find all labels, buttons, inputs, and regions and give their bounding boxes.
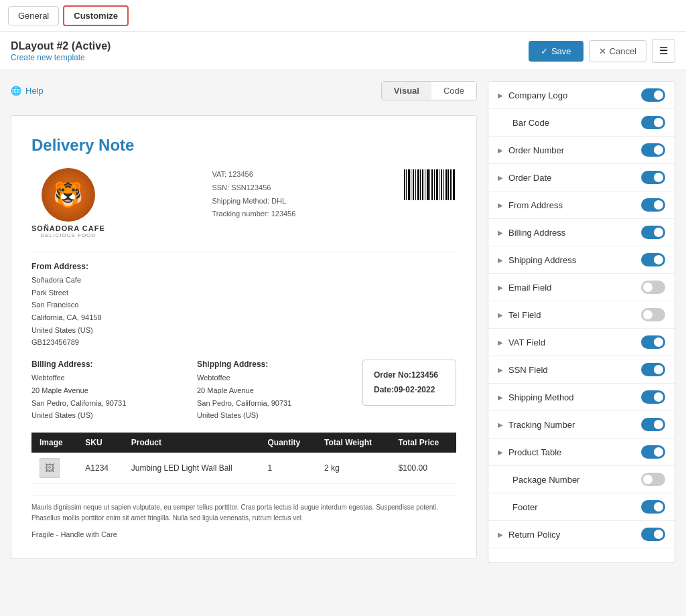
- tab-code[interactable]: Code: [431, 82, 476, 100]
- col-price: Total Price: [391, 433, 456, 453]
- svg-rect-3: [411, 169, 411, 200]
- chevron-icon-tracking-number[interactable]: ▶: [498, 421, 503, 429]
- svg-rect-7: [420, 169, 421, 200]
- from-address-section: From Address: Soñadora Cafe Park Street …: [31, 262, 456, 349]
- content-area: 🌐 Help Visual Code Delivery Note 🐯 SOÑAD…: [0, 70, 686, 606]
- billing-address-value: Webtoffee 20 Maple Avenue San Pedro, Cal…: [31, 372, 184, 422]
- settings-item-text-shipping-method: Shipping Method: [508, 392, 574, 402]
- chevron-icon-tel-field[interactable]: ▶: [498, 311, 503, 319]
- toggle-email-field[interactable]: [641, 281, 665, 294]
- settings-item-text-email-field: Email Field: [508, 283, 551, 293]
- settings-item-text-tracking-number: Tracking Number: [508, 420, 575, 430]
- col-sku: SKU: [77, 433, 123, 453]
- company-tagline: DELICIOUS FOOD: [41, 232, 96, 238]
- settings-label-tracking-number: ▶Tracking Number: [498, 420, 575, 430]
- toggle-bar-code[interactable]: [641, 116, 665, 129]
- toggle-footer[interactable]: [641, 500, 665, 514]
- chevron-icon-email-field[interactable]: ▶: [498, 284, 503, 291]
- svg-rect-4: [413, 169, 414, 200]
- settings-row-from-address: ▶From Address: [488, 191, 675, 219]
- toggle-ssn-field[interactable]: [641, 363, 665, 376]
- toggle-billing-address[interactable]: [641, 226, 665, 239]
- cell-product: Jumbing LED Light Wall Ball: [123, 453, 260, 484]
- settings-label-footer: Footer: [498, 502, 538, 512]
- checkmark-icon: ✓: [541, 46, 548, 56]
- chevron-icon-ssn-field[interactable]: ▶: [498, 366, 503, 374]
- tab-visual[interactable]: Visual: [382, 82, 431, 100]
- toggle-product-table[interactable]: [641, 445, 665, 459]
- help-button[interactable]: 🌐 Help: [11, 86, 44, 96]
- shipping-address-block: Shipping Address: Webtoffee 20 Maple Ave…: [197, 360, 349, 422]
- svg-rect-15: [439, 169, 439, 200]
- menu-button[interactable]: ☰: [652, 39, 675, 63]
- settings-item-text-billing-address: Billing Address: [508, 228, 565, 238]
- toggle-from-address[interactable]: [641, 198, 665, 212]
- settings-panel: ▶Company LogoBar Code▶Order Number▶Order…: [488, 81, 675, 563]
- svg-rect-20: [450, 169, 452, 200]
- settings-item-text-ssn-field: SSN Field: [508, 365, 548, 375]
- cell-price: $100.00: [391, 453, 456, 484]
- chevron-icon-company-logo[interactable]: ▶: [498, 92, 503, 99]
- chevron-icon-product-table[interactable]: ▶: [498, 449, 503, 456]
- document-preview: Delivery Note 🐯 SOÑADORA CAFE DELICIOUS …: [11, 115, 477, 559]
- header-left: DLayout #2 (Active) Create new template: [11, 40, 111, 62]
- settings-label-tel-field: ▶Tel Field: [498, 310, 541, 320]
- toggle-tracking-number[interactable]: [641, 418, 665, 431]
- footer-note: Mauris dignissim neque ut sapien vulputa…: [31, 495, 456, 524]
- settings-item-text-company-logo: Company Logo: [508, 90, 567, 100]
- svg-rect-21: [453, 169, 455, 200]
- settings-row-shipping-address: ▶Shipping Address: [488, 246, 675, 274]
- toggle-return-policy[interactable]: [641, 528, 665, 541]
- chevron-icon-return-policy[interactable]: ▶: [498, 531, 503, 538]
- cancel-button[interactable]: ✕ Cancel: [589, 40, 646, 62]
- toggle-shipping-method[interactable]: [641, 390, 665, 404]
- svg-rect-17: [443, 169, 444, 200]
- vat-line: VAT: 123456: [212, 168, 295, 181]
- settings-label-ssn-field: ▶SSN Field: [498, 365, 548, 375]
- settings-label-from-address: ▶From Address: [498, 200, 563, 210]
- chevron-icon-shipping-address[interactable]: ▶: [498, 256, 503, 264]
- product-table: Image SKU Product Quantity Total Weight …: [31, 433, 456, 484]
- svg-rect-5: [415, 169, 416, 200]
- toggle-order-date[interactable]: [641, 171, 665, 184]
- settings-row-tel-field: ▶Tel Field: [488, 301, 675, 329]
- chevron-icon-shipping-method[interactable]: ▶: [498, 394, 503, 401]
- toggle-company-logo[interactable]: [641, 88, 665, 102]
- svg-rect-6: [417, 169, 419, 200]
- fragile-note: Fragile - Handle with Care: [31, 530, 456, 538]
- settings-label-email-field: ▶Email Field: [498, 283, 551, 293]
- svg-rect-10: [427, 169, 429, 200]
- chevron-icon-billing-address[interactable]: ▶: [498, 229, 503, 236]
- col-product: Product: [123, 433, 260, 453]
- settings-label-order-number: ▶Order Number: [498, 145, 564, 155]
- chevron-icon-vat-field[interactable]: ▶: [498, 339, 503, 346]
- settings-label-product-table: ▶Product Table: [498, 447, 561, 457]
- toggle-tel-field[interactable]: [641, 308, 665, 321]
- svg-rect-1: [406, 169, 407, 200]
- chevron-icon-from-address[interactable]: ▶: [498, 202, 503, 209]
- settings-item-text-tel-field: Tel Field: [508, 310, 541, 320]
- svg-rect-19: [448, 169, 449, 200]
- chevron-icon-order-number[interactable]: ▶: [498, 147, 503, 154]
- chevron-icon-order-date[interactable]: ▶: [498, 174, 503, 181]
- shipping-address-value: Webtoffee 20 Maple Avenue San Pedro, Cal…: [197, 372, 349, 422]
- toggle-slider-vat-field: [641, 335, 665, 349]
- toggle-slider-from-address: [641, 198, 665, 212]
- settings-row-footer: Footer: [488, 493, 675, 521]
- svg-rect-2: [408, 169, 410, 200]
- header-right: ✓ Save ✕ Cancel ☰: [529, 39, 675, 63]
- toggle-package-number[interactable]: [641, 473, 665, 486]
- billing-address-label: Billing Address:: [31, 360, 184, 369]
- create-template-link[interactable]: Create new template: [11, 53, 85, 62]
- save-button[interactable]: ✓ Save: [529, 41, 584, 62]
- toggle-slider-product-table: [641, 445, 665, 459]
- order-date-line: Date:09-02-2022: [374, 383, 445, 398]
- toggle-shipping-address[interactable]: [641, 253, 665, 266]
- view-tabs: Visual Code: [381, 81, 477, 100]
- tab-customize[interactable]: Customize: [63, 5, 129, 26]
- toggle-vat-field[interactable]: [641, 335, 665, 349]
- svg-rect-9: [425, 169, 425, 200]
- settings-item-text-vat-field: VAT Field: [508, 337, 545, 348]
- tab-general[interactable]: General: [8, 6, 59, 25]
- toggle-order-number[interactable]: [641, 143, 665, 157]
